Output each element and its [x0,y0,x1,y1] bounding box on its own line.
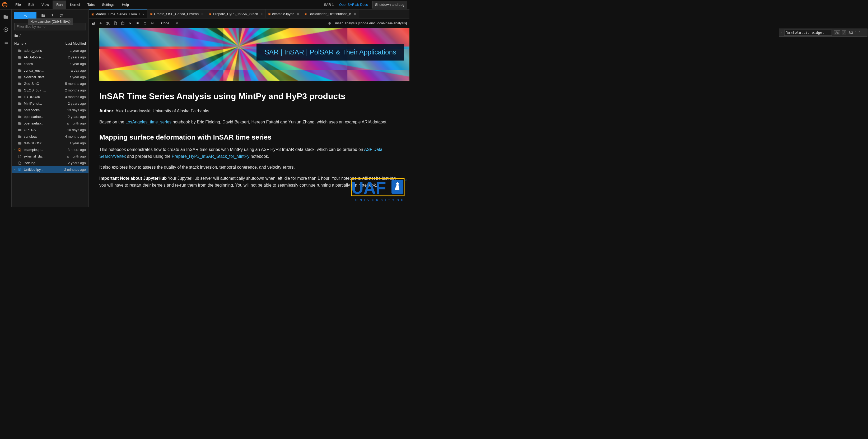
notebook-icon [18,168,22,172]
svg-text:U N I V E R S I T Y   O F: U N I V E R S I T Y O F [355,199,404,202]
menu-help[interactable]: Help [118,1,133,9]
file-name: opensarlab... [24,115,66,119]
file-item[interactable]: external_dataa year ago [11,74,89,80]
toc-icon[interactable] [3,40,8,45]
close-icon[interactable]: × [354,12,356,16]
banner-image: SAR | InSAR | PolSAR & Their Application… [99,28,409,81]
breadcrumb[interactable]: / [11,31,89,40]
file-item[interactable]: isce.log2 years ago [11,159,89,166]
file-item[interactable]: external_da...a month ago [11,153,89,159]
close-icon[interactable]: × [143,12,145,17]
folder-icon [18,75,22,79]
close-icon[interactable]: × [201,12,204,16]
menu-tabs[interactable]: Tabs [84,1,98,9]
refresh-icon[interactable] [59,13,63,18]
losangeles-link[interactable]: LosAngeles_time_series [125,120,172,124]
close-icon[interactable]: × [260,12,262,16]
tab[interactable]: ▣Backscatter_Distributions_b× [302,9,359,18]
file-item[interactable]: opensarlab...2 years ago [11,113,89,120]
file-item[interactable]: conda_envi...a day ago [11,67,89,74]
upload-icon[interactable] [50,13,54,18]
file-item[interactable]: test-GEOS6...a year ago [11,140,89,146]
file-name: conda_envi... [24,68,69,72]
new-launcher-button[interactable] [14,12,36,19]
cut-icon[interactable] [106,21,110,25]
folder-icon [18,56,22,59]
tab[interactable]: ▣Create_OSL_Conda_Environ× [147,9,206,18]
menu-file[interactable]: File [11,1,25,9]
file-name: GEOS_657_... [24,88,63,92]
stop-icon[interactable] [136,21,140,25]
debugger-icon[interactable] [328,21,332,25]
opensarlab-docs-link[interactable]: OpenSARlab Docs [337,1,371,9]
file-item[interactable]: OPERA10 days ago [11,126,89,133]
tab[interactable]: ▣example.ipynb× [266,9,302,18]
file-browser-panel: New Launcher (Ctrl+Shift+L) / Name ▲ Las… [11,9,89,207]
folder-icon[interactable] [3,14,8,20]
header-name-column[interactable]: Name ▲ [14,41,65,46]
close-icon[interactable]: × [297,12,299,16]
folder-icon [18,135,22,139]
file-item[interactable]: MintPy-tut...2 years ago [11,100,89,107]
file-modified: a year ago [70,62,86,66]
folder-icon [14,34,18,37]
svg-rect-1 [19,150,21,151]
folder-icon [18,69,22,72]
file-modified: 13 days ago [67,108,86,112]
file-browser-toolbar: New Launcher (Ctrl+Shift+L) [11,9,89,22]
file-item[interactable]: ●Untitled.ipy...2 minutes ago [11,166,89,173]
folder-icon [18,115,22,119]
main-content-area: ▣MintPy_Time_Series_From_I×▣Create_OSL_C… [89,9,409,207]
file-item[interactable]: GEOS_657_...2 months ago [11,87,89,93]
paste-icon[interactable] [121,21,125,25]
file-name: MintPy-tut... [24,101,66,106]
running-terminals-icon[interactable] [3,27,8,32]
tab[interactable]: ▣Prepare_HyP3_InSAR_Stack× [206,9,266,18]
file-icon [18,155,22,158]
kernel-name[interactable]: insar_analysis [conda env:.local-insar-a… [335,21,407,25]
file-item[interactable]: codesa year ago [11,61,89,67]
file-modified: a year ago [70,75,86,79]
file-item[interactable]: Geo-SInC5 months ago [11,80,89,87]
activity-bar [0,9,11,207]
file-name: isce.log [24,161,66,165]
shutdown-logout-button[interactable]: Shutdown and Log [372,1,407,8]
restart-run-all-icon[interactable] [151,21,154,25]
file-item[interactable]: sandbox4 months ago [11,133,89,140]
file-item[interactable]: notebooks13 days ago [11,107,89,113]
file-item[interactable]: ●example.ip...3 hours ago [11,146,89,153]
menu-view[interactable]: View [38,1,53,9]
folder-icon [18,108,22,112]
file-item[interactable]: ARIA-tools-...2 years ago [11,54,89,61]
new-folder-icon[interactable] [41,13,45,18]
tab[interactable]: ▣MintPy_Time_Series_From_I× [89,9,147,18]
restart-icon[interactable] [143,21,147,25]
file-modified: 5 months ago [65,82,86,86]
folder-icon [18,82,22,86]
folder-icon [18,95,22,99]
prepare-stack-link[interactable]: Prepare_HyP3_InSAR_Stack_for_MintPy [172,154,249,158]
cell-type-select[interactable]: Code [158,20,179,26]
notebook-icon: ▣ [305,12,307,15]
menu-run[interactable]: Run [53,1,66,9]
file-modified: a month ago [67,121,86,125]
add-cell-icon[interactable] [99,21,102,25]
menu-kernel[interactable]: Kernel [66,1,84,9]
file-item[interactable]: HYDRO304 months ago [11,93,89,100]
tab-bar: ▣MintPy_Time_Series_From_I×▣Create_OSL_C… [89,9,409,19]
file-modified: 4 months ago [65,135,86,139]
file-modified: 4 months ago [65,95,86,99]
banner-text: SAR | InSAR | PolSAR & Their Application… [265,48,396,56]
run-icon[interactable] [128,21,132,25]
header-modified-column[interactable]: Last Modified [65,41,86,46]
svg-text:UAF: UAF [351,178,386,198]
menu-edit[interactable]: Edit [25,1,38,9]
jupyter-logo-icon[interactable] [2,2,7,7]
save-icon[interactable] [91,21,95,25]
copy-icon[interactable] [114,21,117,25]
menu-settings[interactable]: Settings [98,1,118,9]
svg-rect-2 [19,169,21,171]
notebook-icon: ▣ [209,12,211,15]
file-item[interactable]: adore_dorisa year ago [11,47,89,54]
file-item[interactable]: opensarlab...a month ago [11,120,89,126]
